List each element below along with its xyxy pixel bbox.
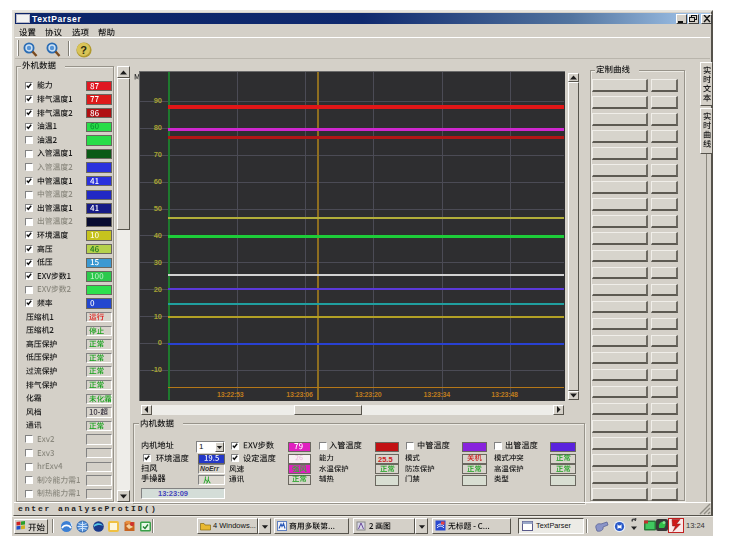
svg-text:?: ?: [80, 44, 87, 56]
